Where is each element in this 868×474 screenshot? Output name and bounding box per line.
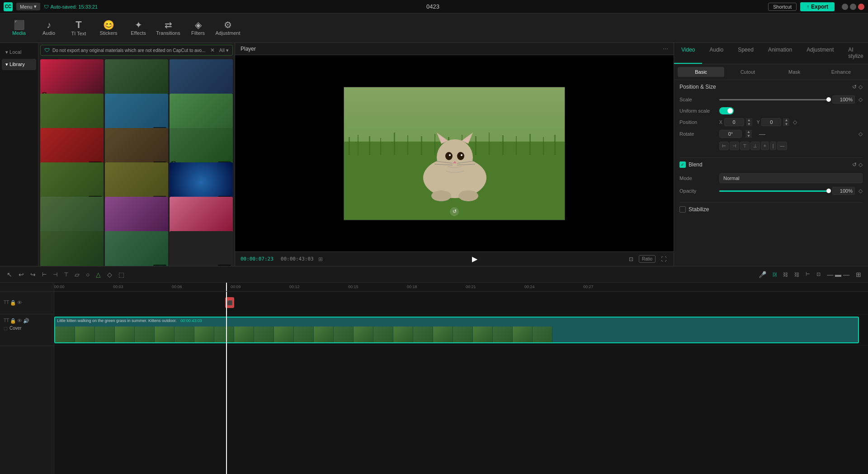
minimize-button[interactable] (842, 4, 848, 10)
tool-transitions[interactable]: ⇄ Transitions (154, 15, 183, 41)
notice-close[interactable]: ✕ (210, 47, 215, 53)
frames-icon[interactable]: ⊞ (318, 256, 323, 262)
circle-btn[interactable]: ○ (84, 270, 92, 280)
redo-btn[interactable]: ↪ (28, 270, 38, 280)
split3-btn[interactable]: ⊢ (803, 270, 812, 279)
reset-position-btn[interactable]: ↺ (852, 84, 857, 90)
subtab-basic[interactable]: Basic (678, 67, 724, 77)
media-thumb[interactable]: 00:14 (170, 162, 233, 202)
pos-x-down[interactable]: ▼ (746, 122, 752, 126)
media-thumb[interactable] (170, 59, 233, 99)
media-thumb[interactable] (170, 94, 233, 133)
tab-ai-stylize[interactable]: AI stylize (841, 43, 868, 64)
unlink-btn[interactable]: ⛓ (792, 270, 802, 279)
tool-filters[interactable]: ◈ Filters (184, 15, 212, 41)
shortcut-button[interactable]: Shortcut (768, 3, 797, 11)
close-button[interactable] (858, 4, 864, 10)
align-hcenter-btn[interactable]: ⊣ (730, 142, 739, 150)
link-btn[interactable]: ⛓ (781, 270, 790, 279)
align-bottom-btn[interactable]: | (770, 142, 777, 150)
crop-btn[interactable]: ▱ (72, 270, 82, 280)
opacity-value[interactable] (832, 187, 855, 195)
opacity-slider[interactable] (719, 190, 829, 192)
track-main-eye-icon[interactable]: 👁 (17, 318, 22, 324)
crop2-btn[interactable]: ⬚ (116, 270, 127, 280)
media-thumb[interactable]: 00:32 ⬇ (170, 128, 233, 168)
keyframe-position-btn[interactable]: ◇ (859, 84, 863, 90)
media-thumb[interactable]: 00:11 (105, 231, 168, 266)
media-thumb[interactable] (170, 197, 233, 237)
split2-btn[interactable]: ⊣ (51, 270, 60, 279)
nav-library[interactable]: ▾ Library (2, 59, 36, 70)
menu-button[interactable]: Menu ▾ (16, 3, 40, 10)
trim-btn[interactable]: ⊤ (61, 270, 71, 279)
uniform-scale-toggle[interactable] (719, 107, 734, 114)
align-extra-btn[interactable]: — (777, 142, 787, 150)
export-button[interactable]: ↑ Export (800, 2, 835, 11)
position-keyframe-btn[interactable]: ◇ (793, 119, 797, 125)
scale-value[interactable] (832, 95, 855, 104)
zoom-slider-tl[interactable]: — ▬ — (825, 270, 852, 280)
rotate-handle[interactable]: ↺ (450, 207, 459, 216)
color-btn[interactable]: △ (94, 270, 103, 280)
tab-adjustment[interactable]: Adjustment (799, 43, 841, 64)
media-thumb[interactable] (40, 94, 104, 133)
select-tool[interactable]: ↖ (5, 270, 14, 280)
mic-btn[interactable]: 🎤 (756, 270, 769, 280)
subtab-cutout[interactable]: Cutout (724, 67, 771, 77)
snap-btn[interactable]: |⟩| (770, 270, 779, 278)
media-thumb[interactable]: 00:33 (105, 128, 168, 168)
fullscreen-capture[interactable]: ⊡ (627, 255, 635, 263)
maximize-button[interactable] (850, 4, 856, 10)
scale-keyframe-btn[interactable]: ◇ (859, 96, 863, 103)
tab-animation[interactable]: Animation (761, 43, 799, 64)
rotate-input[interactable] (719, 130, 742, 138)
media-thumb[interactable] (40, 231, 104, 266)
opacity-keyframe-btn[interactable]: ◇ (859, 188, 863, 194)
copy-btn[interactable]: ⊡ (814, 270, 823, 279)
position-x-input[interactable] (724, 118, 744, 126)
fullscreen-button[interactable]: ⛶ (659, 255, 668, 263)
position-y-input[interactable] (761, 118, 781, 126)
track-lock-icon[interactable]: 🔒 (10, 300, 16, 306)
ratio-button[interactable]: Ratio (639, 255, 656, 263)
stabilize-checkbox[interactable] (679, 206, 686, 213)
cover-icon[interactable]: ⬚ (4, 326, 8, 331)
align-left-btn[interactable]: ⊢ (719, 142, 729, 150)
track-eye-icon[interactable]: 👁 (17, 300, 22, 306)
pos-x-up[interactable]: ▲ (746, 118, 752, 122)
scale-slider[interactable] (719, 99, 829, 100)
shape-btn[interactable]: ◇ (105, 270, 114, 280)
media-thumb[interactable]: ⬇ (40, 59, 104, 99)
media-thumb[interactable]: 00:04 (170, 231, 233, 266)
pos-y-down[interactable]: ▼ (783, 122, 789, 126)
tool-effects[interactable]: ✦ Effects (124, 15, 153, 41)
pos-y-up[interactable]: ▲ (783, 118, 789, 122)
cover-label-area[interactable]: ⬚ Cover (4, 326, 22, 331)
media-thumb[interactable]: 00:07 (40, 128, 104, 168)
track-main-audio-icon[interactable]: 🔊 (23, 318, 29, 324)
reset-blend-btn[interactable]: ↺ (852, 161, 857, 168)
tool-stickers[interactable]: 😊 Stickers (94, 15, 123, 41)
rotate-up[interactable]: ▲ (745, 130, 752, 134)
nav-local[interactable]: ▾ Local (2, 47, 36, 58)
media-thumb[interactable] (40, 197, 104, 237)
align-right-btn[interactable]: ⊤ (740, 142, 750, 150)
rotate-down[interactable]: ▼ (745, 134, 752, 138)
undo-btn[interactable]: ↩ (16, 270, 26, 280)
player-options[interactable]: ⋯ (663, 46, 668, 52)
blend-mode-select[interactable]: Normal Multiply Screen Overlay (719, 173, 863, 183)
tool-adjustment[interactable]: ⚙ Adjustment (213, 15, 242, 41)
media-thumb[interactable] (105, 59, 168, 99)
subtab-mask[interactable]: Mask (771, 67, 818, 77)
zoom-fit-btn[interactable]: ⊞ (854, 270, 863, 280)
align-vcenter-btn[interactable]: + (761, 142, 769, 150)
media-thumb[interactable]: 00:27 (105, 162, 168, 202)
split-btn[interactable]: ⊢ (40, 270, 49, 279)
tool-audio[interactable]: ♪ Audio (34, 15, 63, 41)
keyframe-blend-btn[interactable]: ◇ (859, 161, 863, 168)
media-thumb[interactable] (105, 197, 168, 237)
notice-filter-btn[interactable]: All ▾ (219, 47, 229, 53)
tab-audio[interactable]: Audio (702, 43, 731, 64)
media-thumb[interactable]: 00:44 (40, 162, 104, 202)
